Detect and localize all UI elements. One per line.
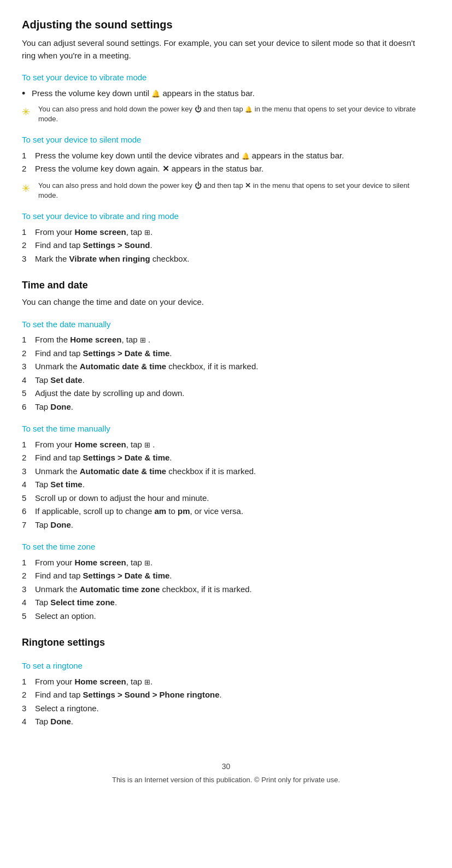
list-item: 1 Press the volume key down until the de… [22,150,430,162]
page-number: 30 [22,761,430,772]
list-item: 2 Find and tap Settings > Date & time. [22,347,430,360]
tip-text: You can also press and hold down the pow… [38,104,430,124]
tip-vibrate-mode: ✳ You can also press and hold down the p… [22,104,430,124]
list-item: • Press the volume key down until 🔔 appe… [22,87,430,100]
list-item: 4 Tap Set date. [22,374,430,387]
list-item: 5 Adjust the date by scrolling up and do… [22,387,430,400]
list-item: 4 Tap Set time. [22,479,430,491]
list-item: 4 Tap Done. [22,716,430,728]
section-intro-timedate: You can change the time and date on your… [22,296,430,309]
vibrate-ring-list: 1 From your Home screen, tap . 2 Find an… [22,226,430,265]
list-item: 5 Scroll up or down to adjust the hour a… [22,492,430,505]
list-item: 1 From your Home screen, tap . [22,557,430,569]
set-ringtone-list: 1 From your Home screen, tap . 2 Find an… [22,676,430,728]
list-item: 3 Unmark the Automatic date & time check… [22,465,430,478]
footer-text: This is an Internet version of this publ… [22,775,430,786]
list-item: 2 Find and tap Settings > Sound > Phone … [22,689,430,701]
list-item: 3 Unmark the Automatic time zone checkbo… [22,583,430,596]
list-item: 1 From the Home screen, tap . [22,334,430,346]
silent-mode-list: 1 Press the volume key down until the de… [22,150,430,175]
list-item: 3 Mark the Vibrate when ringing checkbox… [22,253,430,265]
list-item: 6 If applicable, scroll up to change am … [22,505,430,518]
list-item: 6 Tap Done. [22,401,430,414]
list-item: 2 Find and tap Settings > Date & time. [22,452,430,464]
list-item: 2 Find and tap Settings > Date & time. [22,570,430,582]
list-item: 1 From your Home screen, tap . [22,676,430,688]
list-item: 7 Tap Done. [22,519,430,532]
heading-set-time: To set the time manually [22,423,430,435]
list-item: 2 Find and tap Settings > Sound. [22,239,430,252]
section-title-sound: Adjusting the sound settings [22,16,430,33]
list-item: 4 Tap Select time zone. [22,597,430,609]
heading-vibrate-mode: To set your device to vibrate mode [22,72,430,84]
list-item: 1 From your Home screen, tap . [22,226,430,239]
tip-icon: ✳ [22,105,34,120]
tip-text: You can also press and hold down the pow… [38,181,430,200]
bullet-icon: • [22,87,32,100]
step-text: Press the volume key down until 🔔 appear… [32,87,255,100]
heading-set-ringtone: To set a ringtone [22,660,430,672]
section-title-timedate: Time and date [22,278,430,293]
tip-silent-mode: ✳ You can also press and hold down the p… [22,181,430,200]
section-intro-sound: You can adjust several sound settings. F… [22,37,430,62]
heading-silent-mode: To set your device to silent mode [22,134,430,146]
vibrate-mode-list: • Press the volume key down until 🔔 appe… [22,87,430,100]
list-item: 3 Unmark the Automatic date & time check… [22,361,430,373]
page-content: Adjusting the sound settings You can adj… [22,16,430,728]
heading-set-timezone: To set the time zone [22,541,430,553]
set-date-list: 1 From the Home screen, tap . 2 Find and… [22,334,430,413]
set-timezone-list: 1 From your Home screen, tap . 2 Find an… [22,557,430,623]
page-footer: 30 This is an Internet version of this p… [22,761,430,786]
set-time-list: 1 From your Home screen, tap . 2 Find an… [22,439,430,532]
tip-icon: ✳ [22,181,34,196]
list-item: 2 Press the volume key down again. ✕ app… [22,163,430,175]
list-item: 5 Select an option. [22,610,430,623]
heading-set-date: To set the date manually [22,318,430,331]
list-item: 3 Select a ringtone. [22,702,430,715]
section-title-ringtone: Ringtone settings [22,635,430,650]
list-item: 1 From your Home screen, tap . [22,439,430,451]
heading-vibrate-ring: To set your device to vibrate and ring m… [22,210,430,223]
